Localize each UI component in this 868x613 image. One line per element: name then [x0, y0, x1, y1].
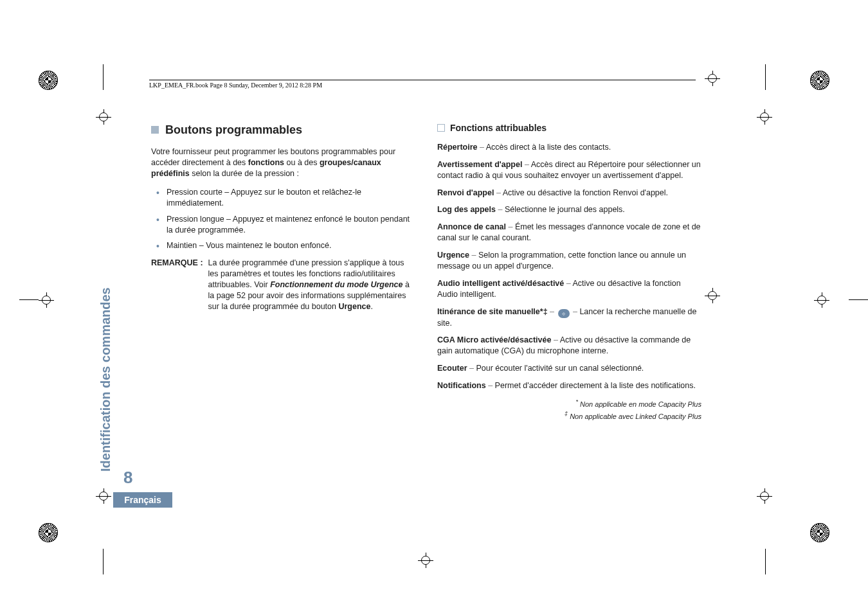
reg-mark-target — [418, 553, 433, 568]
print-header: LKP_EMEA_FR.book Page 8 Sunday, December… — [149, 80, 696, 89]
reg-mark-target — [814, 292, 829, 308]
text: . — [371, 302, 373, 311]
separator-dash: – — [467, 364, 476, 373]
reg-mark-target — [757, 488, 772, 504]
separator-dash: – — [496, 205, 505, 214]
right-heading: Fonctions attribuables — [437, 122, 701, 134]
list-item: Pression longue – Appuyez et maintenez e… — [160, 214, 415, 236]
footnote-text: Non applicable en mode Capacity Plus — [580, 400, 701, 408]
function-name: Avertissement d'appel — [437, 160, 522, 169]
function-entry: Renvoi d'appel – Active ou désactive la … — [437, 188, 701, 199]
left-column: Boutons programmables Votre fournisseur … — [151, 122, 415, 422]
text-bold: fonctions — [248, 158, 284, 167]
list-item: Maintien – Vous maintenez le bouton enfo… — [160, 240, 415, 251]
reg-mark-target — [39, 292, 54, 308]
function-desc: Sélectionne le journal des appels. — [505, 205, 625, 214]
remarque-body: La durée programmée d'une pression s'app… — [208, 258, 415, 312]
function-name: Répertoire — [437, 143, 478, 152]
footnote: * Non applicable en mode Capacity Plus — [437, 398, 701, 409]
remarque-block: REMARQUE : La durée programmée d'une pre… — [151, 258, 415, 312]
function-entry: Audio intelligent activé/désactivé – Act… — [437, 278, 701, 300]
reg-mark-target — [96, 109, 111, 125]
reg-mark-sunburst-bl — [39, 523, 58, 542]
text-bold-italic: Fonctionnement du mode Urgence — [270, 280, 402, 289]
function-name: Ecouter — [437, 364, 467, 373]
function-entry: Urgence – Selon la programmation, cette … — [437, 250, 701, 272]
function-entry: CGA Micro activée/désactivée – Active ou… — [437, 335, 701, 357]
function-list: Répertoire – Accès direct à la liste des… — [437, 142, 701, 391]
left-heading-text: Boutons programmables — [165, 122, 302, 138]
right-column: Fonctions attribuables Répertoire – Accè… — [437, 122, 701, 422]
separator-dash: – — [486, 381, 495, 390]
separator-dash: – — [564, 279, 572, 288]
reg-mark-target — [705, 288, 720, 303]
reg-mark-sunburst-tr — [810, 71, 829, 90]
separator-dash: – — [551, 335, 559, 344]
function-entry: Répertoire – Accès direct à la liste des… — [437, 142, 701, 153]
separator-dash: – — [469, 251, 478, 260]
left-intro: Votre fournisseur peut programmer les bo… — [151, 147, 415, 179]
content-columns: Boutons programmables Votre fournisseur … — [151, 122, 701, 422]
function-entry: Itinérance de site manuelle*‡ – ⟐ – Lanc… — [437, 306, 701, 329]
text: selon la durée de la pression : — [192, 169, 299, 178]
separator-dash: – — [506, 222, 515, 231]
footnotes: * Non applicable en mode Capacity Plus ‡… — [437, 398, 701, 422]
press-type-list: Pression courte – Appuyez sur le bouton … — [151, 187, 415, 251]
reg-mark-target — [757, 109, 772, 125]
function-desc: Active ou désactive la fonction Renvoi d… — [503, 188, 668, 197]
footnote-mark: ‡ — [565, 411, 568, 417]
text: ou à des — [287, 158, 320, 167]
function-entry: Notifications – Permet d'accéder directe… — [437, 380, 701, 391]
print-header-text: LKP_EMEA_FR.book Page 8 Sunday, December… — [149, 82, 322, 89]
section-side-label: Identification des commandes — [98, 287, 113, 472]
function-name: Audio intelligent activé/désactivé — [437, 279, 564, 288]
separator-dash: – — [478, 143, 486, 152]
function-entry: Avertissement d'appel – Accès direct au … — [437, 159, 701, 181]
function-name: Itinérance de site manuelle*‡ — [437, 307, 548, 316]
function-name: Notifications — [437, 381, 486, 390]
function-desc: Pour écouter l'activité sur un canal sél… — [476, 364, 644, 373]
separator-dash: – — [494, 188, 502, 197]
left-heading: Boutons programmables — [151, 122, 415, 138]
list-item: Pression courte – Appuyez sur le bouton … — [160, 187, 415, 209]
heading-square-icon — [151, 126, 159, 134]
roaming-icon: ⟐ — [558, 309, 570, 318]
footnote-text: Non applicable avec Linked Capacity Plus — [570, 413, 701, 420]
right-heading-text: Fonctions attribuables — [450, 122, 547, 134]
reg-mark-sunburst-tl — [39, 71, 58, 90]
footnote: ‡ Non applicable avec Linked Capacity Pl… — [437, 410, 701, 422]
function-name: Urgence — [437, 251, 469, 260]
function-desc: Accès direct à la liste des contacts. — [486, 143, 611, 152]
page-number: 8 — [123, 468, 132, 488]
separator-dash: – — [548, 307, 557, 316]
heading-box-icon — [437, 124, 445, 132]
remarque-label: REMARQUE : — [151, 258, 203, 312]
function-entry: Ecouter – Pour écouter l'activité sur un… — [437, 363, 701, 374]
function-name: Log des appels — [437, 205, 496, 214]
function-name: Annonce de canal — [437, 222, 506, 231]
reg-mark-sunburst-br — [810, 523, 829, 542]
function-entry: Log des appels – Sélectionne le journal … — [437, 204, 701, 215]
text-bold: Urgence — [338, 302, 370, 311]
reg-mark-target — [705, 71, 720, 86]
separator-dash: – — [522, 160, 530, 169]
function-desc: Permet d'accéder directement à la liste … — [495, 381, 696, 390]
function-entry: Annonce de canal – Émet les messages d'a… — [437, 222, 701, 244]
function-name: Renvoi d'appel — [437, 188, 494, 197]
function-name: CGA Micro activée/désactivée — [437, 335, 551, 344]
separator-dash: – — [571, 307, 580, 316]
footnote-mark: * — [575, 398, 578, 405]
language-tab: Français — [113, 492, 172, 508]
reg-mark-target — [96, 488, 111, 504]
